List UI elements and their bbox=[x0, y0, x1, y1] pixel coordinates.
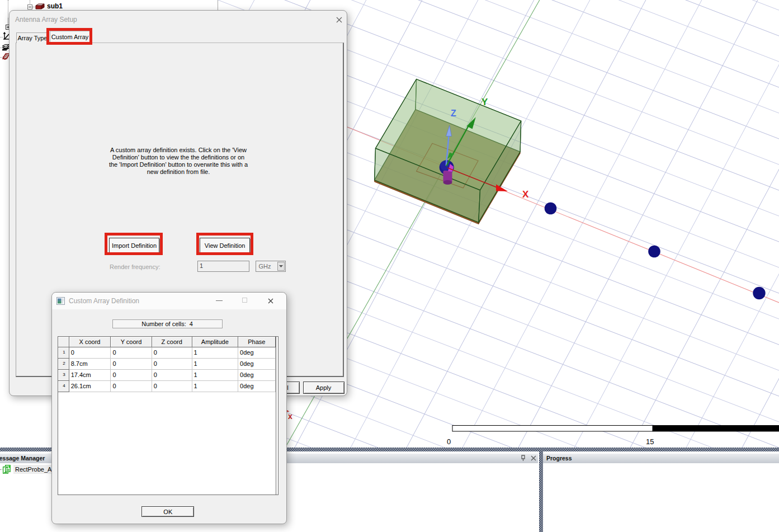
svg-text:0: 0 bbox=[447, 437, 451, 446]
svg-text:Y: Y bbox=[481, 97, 488, 107]
svg-text:x: x bbox=[288, 412, 292, 421]
svg-text:Z: Z bbox=[451, 109, 456, 118]
svg-text:X: X bbox=[522, 189, 529, 200]
svg-text:15: 15 bbox=[646, 437, 654, 446]
